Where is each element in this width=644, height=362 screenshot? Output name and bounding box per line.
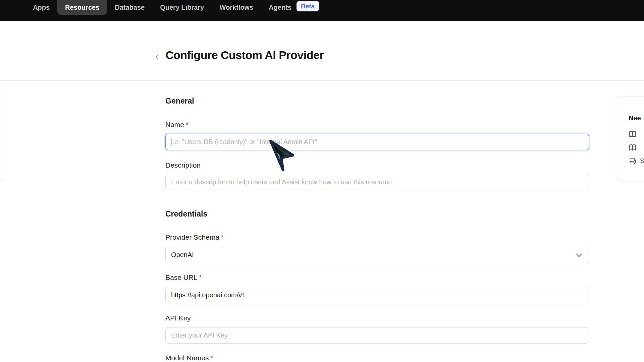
model-names-label-text: Model Names <box>165 354 209 362</box>
api-key-label: API Key <box>165 314 191 322</box>
chevron-down-icon <box>575 251 583 259</box>
book-icon <box>629 143 637 152</box>
help-link-docs-1[interactable] <box>629 130 644 138</box>
nav-tab-workflows[interactable]: Workflows <box>212 0 261 15</box>
nav-tab-agents[interactable]: Agents <box>261 0 299 15</box>
help-link-support[interactable]: S <box>629 157 644 165</box>
top-navigation: Apps Resources Database Query Library Wo… <box>0 0 644 21</box>
name-input[interactable] <box>165 134 589 150</box>
beta-badge: Beta <box>297 1 319 11</box>
required-asterisk: * <box>199 274 202 281</box>
description-label: Description <box>165 161 201 169</box>
text-caret <box>171 138 171 146</box>
api-key-label-text: API Key <box>165 314 191 322</box>
book-icon <box>629 130 637 138</box>
name-label: Name* <box>165 121 189 129</box>
header-divider <box>0 80 644 81</box>
nav-tab-apps[interactable]: Apps <box>25 0 57 15</box>
nav-tab-database[interactable]: Database <box>107 0 152 15</box>
section-heading-general: General <box>165 97 194 106</box>
required-asterisk: * <box>186 121 189 128</box>
model-names-label: Model Names* <box>165 354 213 362</box>
help-link-docs-2[interactable] <box>629 143 644 152</box>
left-card-edge <box>0 95 3 182</box>
provider-schema-label: Provider Schema* <box>165 233 224 241</box>
base-url-input[interactable] <box>165 287 589 303</box>
chat-icon <box>629 157 637 165</box>
provider-schema-select[interactable]: OpenAI <box>165 247 589 263</box>
nav-tab-resources[interactable]: Resources <box>57 0 107 15</box>
help-panel: Nee S <box>617 97 644 181</box>
base-url-label-text: Base URL <box>165 274 198 281</box>
page-title: Configure Custom AI Provider <box>165 49 324 62</box>
back-button[interactable]: ‹ <box>153 50 161 62</box>
required-asterisk: * <box>211 354 213 362</box>
nav-tab-query-library[interactable]: Query Library <box>152 0 212 15</box>
section-heading-credentials: Credentials <box>165 209 207 219</box>
name-label-text: Name <box>165 121 184 128</box>
required-asterisk: * <box>221 234 224 241</box>
description-label-text: Description <box>165 161 201 169</box>
provider-schema-label-text: Provider Schema <box>165 233 219 241</box>
base-url-label: Base URL* <box>165 274 202 282</box>
help-panel-title: Nee <box>629 114 644 122</box>
help-link-label: S <box>640 157 644 165</box>
description-input[interactable] <box>165 174 589 190</box>
provider-schema-value: OpenAI <box>171 251 194 259</box>
api-key-input[interactable] <box>165 327 589 344</box>
